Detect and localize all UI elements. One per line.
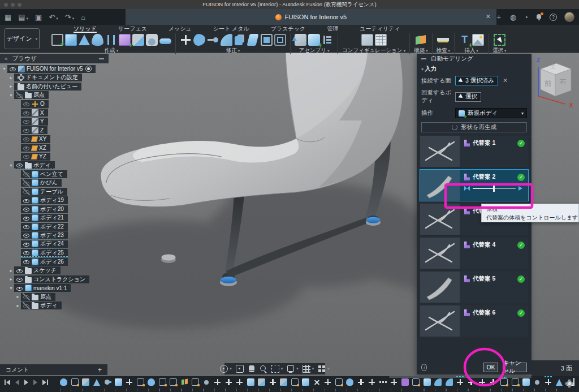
tree-item-chip[interactable]: ボディ23 [21,231,68,239]
tree-row[interactable]: ボディ21 [0,214,109,223]
tree-row[interactable]: ボディ23 [0,231,109,240]
tree-item-chip[interactable]: manekin v1:1 [14,284,71,292]
alternative-thumbnail[interactable] [420,204,460,235]
visibility-eye-icon[interactable] [16,92,23,99]
timeline-settings-gear-icon[interactable] [565,380,573,387]
info-icon[interactable]: i [421,364,427,371]
tree-row[interactable]: ボディ [0,161,109,170]
alternative-thumbnail[interactable] [420,272,460,303]
tree-row[interactable]: ドキュメントの設定 [0,74,109,83]
fit-icon[interactable] [271,365,279,373]
tree-row[interactable]: Z [0,126,109,135]
add-comment-icon[interactable]: + [98,366,102,374]
visibility-eye-icon[interactable] [23,223,30,230]
timeline-move-feature-icon[interactable] [236,378,243,386]
document-tab[interactable]: FUISON for Interior v5 ✕ [126,9,496,25]
tree-expand-chevron[interactable] [8,82,14,91]
planes-tool-icon[interactable] [415,34,427,46]
tree-item-chip[interactable]: テーブル [21,188,67,196]
sheets-tool-icon[interactable] [235,36,243,45]
alternative-body[interactable]: 代替案 4✓ [460,238,528,269]
tree-row[interactable]: Y [0,117,109,126]
slider-min-arrows-icon[interactable] [464,186,470,191]
visibility-eye-icon[interactable] [16,161,23,169]
visibility-eye-icon[interactable] [23,231,30,239]
tree-row[interactable]: O [0,100,109,109]
slider-max-arrow-icon[interactable] [518,186,522,191]
new-tab-icon[interactable]: ＋ [495,12,503,22]
viewcube-front-label[interactable]: 前 [545,79,552,88]
textT-tool-icon[interactable] [459,34,470,46]
view-cube[interactable]: 上 前 右 Z X [534,54,578,109]
tree-row[interactable]: スケッチ [0,266,109,275]
prims-tool-icon[interactable] [132,34,144,46]
alternative-thumbnail[interactable] [420,170,460,201]
visibility-eye-icon[interactable] [23,197,30,204]
tree-item-chip[interactable]: ボディ19 [21,196,68,204]
tree-item-chip[interactable]: FUISON for Interior v5 [7,65,96,73]
visibility-eye-icon[interactable] [23,144,30,152]
visibility-eye-icon[interactable] [23,179,30,187]
timeline-form-feature-icon[interactable] [148,378,155,386]
job-status-icon[interactable]: ◔ [524,13,528,21]
timeline-solid-feature-icon[interactable] [424,378,431,386]
tree-expand-chevron[interactable] [8,161,14,170]
look-at-icon[interactable] [236,365,244,373]
browser-minimize-icon[interactable] [99,58,104,59]
tree-item-chip[interactable]: ボディ25 [21,249,68,257]
tree-row[interactable]: 原点 [0,292,109,301]
visibility-eye-icon[interactable] [23,302,30,309]
tree-expand-chevron[interactable] [8,266,14,275]
visibility-eye-icon[interactable] [23,170,30,178]
tree-item-chip[interactable]: ペン立て [21,170,67,178]
redo-icon[interactable]: ↷▾ [65,13,74,21]
step-forward-button[interactable] [33,380,37,385]
timeline-cone-feature-icon[interactable] [556,379,563,386]
timeline-move-feature-icon[interactable] [468,378,475,386]
visibility-eye-icon[interactable] [23,258,30,265]
tree-row[interactable]: ボディ [0,301,109,311]
timeline-sketch-feature-icon[interactable] [412,378,420,386]
tree-item-chip[interactable]: XY [21,135,50,143]
tree-item-chip[interactable]: ボディ22 [21,223,68,231]
tree-item-chip[interactable]: ボディ21 [21,214,68,222]
visibility-eye-icon[interactable] [23,214,30,222]
ribbon-tab[interactable]: ユーティリティ [360,25,400,33]
drop-tool-icon[interactable] [146,34,158,46]
tree-row[interactable]: XY [0,135,109,144]
tree-item-chip[interactable]: ボディ [14,161,55,169]
timeline-prims-feature-icon[interactable] [280,378,287,386]
volume-slider[interactable] [464,186,525,191]
tree-item-chip[interactable]: スケッチ [14,266,61,274]
visibility-eye-icon[interactable] [16,275,23,283]
tree-item-chip[interactable]: Y [21,118,48,126]
tree-row[interactable]: かびん [0,179,109,188]
timeline-joint-feature-icon[interactable] [105,380,110,385]
tree-item-chip[interactable]: YZ [21,153,50,161]
timeline-sketch-feature-icon[interactable] [192,378,199,386]
timeline-move-feature-icon[interactable] [490,378,497,386]
mesh-tool-icon[interactable] [119,34,131,46]
ribbon-tab[interactable]: サーフェス [118,25,147,33]
timeline-move-feature-icon[interactable] [269,378,276,386]
ribbon-tab[interactable]: シート メタル [213,25,249,33]
tree-row[interactable]: コンストラクション [0,275,109,284]
timeline-round-feature-icon[interactable] [446,378,453,386]
timeline-solid-feature-icon[interactable] [302,378,309,386]
alternative-body[interactable]: 代替案 2✓ [460,170,528,201]
timeline-sketch-feature-icon[interactable] [500,378,508,386]
visibility-eye-icon[interactable] [23,100,30,107]
alternative-body[interactable]: 代替案 6✓ [460,305,528,337]
tree-expand-chevron[interactable] [15,301,21,310]
tree-row[interactable]: XZ [0,144,109,153]
visibility-eye-icon[interactable] [23,127,30,134]
tree-expand-chevron[interactable] [8,275,14,283]
tree-row[interactable]: ボディ25 [0,249,109,258]
alternative-thumbnail[interactable] [420,136,460,167]
visibility-eye-icon[interactable] [23,293,30,300]
timeline-spark-feature-icon[interactable] [313,378,321,386]
tree-row[interactable]: 原点 [0,91,109,100]
timeline-sketch-feature-icon[interactable] [137,378,144,386]
grid-settings-icon[interactable] [303,365,310,373]
timeline-move-feature-icon[interactable] [126,378,133,386]
